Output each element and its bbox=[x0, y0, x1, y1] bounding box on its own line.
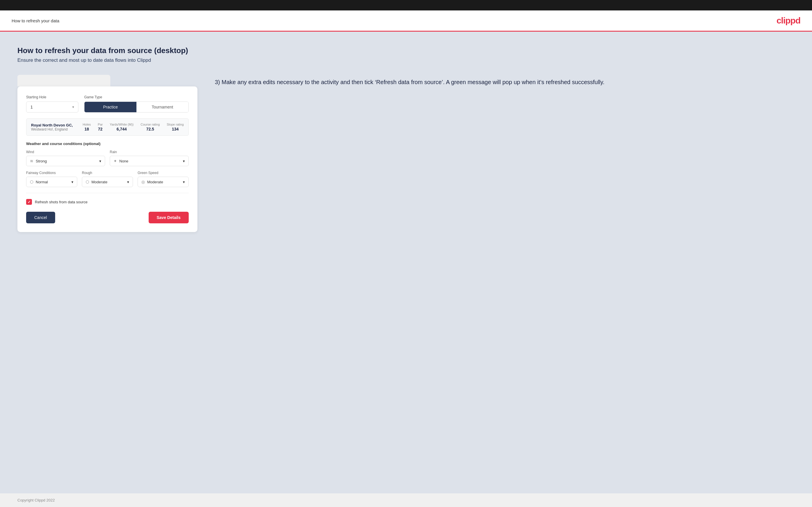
slope-rating-value: 134 bbox=[172, 127, 179, 131]
green-speed-value: Moderate bbox=[147, 180, 163, 184]
divider bbox=[26, 193, 189, 193]
starting-hole-chevron-icon: ▾ bbox=[72, 105, 74, 109]
course-location: Westward Ho!, England bbox=[31, 127, 73, 131]
course-name: Royal North Devon GC, bbox=[31, 123, 73, 127]
yards-value: 6,744 bbox=[117, 127, 127, 131]
action-buttons: Cancel Save Details bbox=[26, 212, 189, 223]
conditions-section-title: Weather and course conditions (optional) bbox=[26, 142, 189, 146]
page-title: How to refresh your data from source (de… bbox=[17, 46, 795, 55]
footer-text: Copyright Clippd 2022 bbox=[17, 498, 55, 502]
checkmark-icon: ✓ bbox=[28, 200, 31, 204]
practice-toggle-btn[interactable]: Practice bbox=[85, 102, 137, 112]
top-bar bbox=[0, 0, 812, 10]
rain-label: Rain bbox=[110, 150, 189, 154]
wind-group: Wind ≋ Strong ▾ bbox=[26, 150, 105, 166]
form-card-wrapper: Starting Hole 1 ▾ Game Type Practice Tou… bbox=[17, 75, 197, 232]
wind-select[interactable]: ≋ Strong ▾ bbox=[26, 156, 105, 166]
green-speed-label: Green Speed bbox=[138, 171, 189, 175]
refresh-label: Refresh shots from data source bbox=[35, 200, 87, 204]
save-button[interactable]: Save Details bbox=[149, 212, 189, 223]
rough-chevron-icon: ▾ bbox=[127, 180, 129, 184]
instruction-panel: 3) Make any extra edits necessary to the… bbox=[215, 75, 795, 87]
stat-holes: Holes 18 bbox=[83, 123, 91, 131]
wind-rain-row: Wind ≋ Strong ▾ Rain bbox=[26, 150, 189, 166]
page-subtitle: Ensure the correct and most up to date d… bbox=[17, 57, 795, 63]
fairway-label: Fairway Conditions bbox=[26, 171, 77, 175]
wind-select-inner: ≋ Strong bbox=[30, 159, 47, 163]
rain-select[interactable]: ✦ None ▾ bbox=[110, 156, 189, 166]
holes-label: Holes bbox=[83, 123, 91, 126]
game-type-label: Game Type bbox=[84, 95, 189, 99]
par-value: 72 bbox=[98, 127, 103, 131]
course-info: Royal North Devon GC, Westward Ho!, Engl… bbox=[31, 123, 73, 131]
par-label: Par bbox=[98, 123, 103, 126]
rough-icon: ⬡ bbox=[86, 179, 89, 184]
refresh-checkbox-row: ✓ Refresh shots from data source bbox=[26, 199, 189, 205]
rain-value: None bbox=[119, 159, 128, 163]
fairway-select-inner: ⬡ Normal bbox=[30, 179, 48, 184]
refresh-checkbox[interactable]: ✓ bbox=[26, 199, 32, 205]
fairway-value: Normal bbox=[36, 180, 48, 184]
header: How to refresh your data clippd bbox=[0, 10, 812, 32]
fairway-rough-green-row: Fairway Conditions ⬡ Normal ▾ Rough bbox=[26, 171, 189, 187]
content-row: Starting Hole 1 ▾ Game Type Practice Tou… bbox=[17, 75, 795, 232]
stat-par: Par 72 bbox=[98, 123, 103, 131]
header-title: How to refresh your data bbox=[12, 18, 59, 23]
rough-select-inner: ⬡ Moderate bbox=[86, 179, 107, 184]
wind-label: Wind bbox=[26, 150, 105, 154]
footer: Copyright Clippd 2022 bbox=[0, 493, 812, 507]
holes-value: 18 bbox=[85, 127, 89, 131]
starting-hole-value: 1 bbox=[31, 105, 33, 109]
logo: clippd bbox=[776, 16, 800, 25]
wind-icon: ≋ bbox=[30, 159, 33, 163]
rain-group: Rain ✦ None ▾ bbox=[110, 150, 189, 166]
stat-yards: Yards/White (M)) 6,744 bbox=[110, 123, 134, 131]
starting-game-row: Starting Hole 1 ▾ Game Type Practice Tou… bbox=[26, 95, 189, 113]
wind-chevron-icon: ▾ bbox=[99, 159, 101, 163]
fairway-icon: ⬡ bbox=[30, 179, 33, 184]
starting-hole-label: Starting Hole bbox=[26, 95, 79, 99]
fairway-select[interactable]: ⬡ Normal ▾ bbox=[26, 177, 77, 187]
rough-value: Moderate bbox=[92, 180, 107, 184]
stat-slope-rating: Slope rating 134 bbox=[167, 123, 184, 131]
course-stats: Holes 18 Par 72 Yards/White (M)) 6,744 bbox=[83, 123, 184, 131]
main-content: How to refresh your data from source (de… bbox=[0, 32, 812, 493]
course-row: Royal North Devon GC, Westward Ho!, Engl… bbox=[26, 118, 189, 136]
rain-icon: ✦ bbox=[113, 159, 117, 163]
game-type-toggle: Practice Tournament bbox=[84, 102, 189, 113]
fairway-chevron-icon: ▾ bbox=[71, 180, 73, 184]
rain-select-inner: ✦ None bbox=[113, 159, 128, 163]
green-speed-icon: ◎ bbox=[141, 179, 145, 184]
green-speed-group: Green Speed ◎ Moderate ▾ bbox=[138, 171, 189, 187]
rough-select[interactable]: ⬡ Moderate ▾ bbox=[82, 177, 133, 187]
form-card: Starting Hole 1 ▾ Game Type Practice Tou… bbox=[17, 87, 197, 232]
game-type-group: Game Type Practice Tournament bbox=[84, 95, 189, 113]
course-rating-label: Course rating bbox=[141, 123, 160, 126]
wind-value: Strong bbox=[36, 159, 47, 163]
card-top-stub bbox=[17, 75, 110, 87]
slope-rating-label: Slope rating bbox=[167, 123, 184, 126]
green-speed-select[interactable]: ◎ Moderate ▾ bbox=[138, 177, 189, 187]
green-speed-select-inner: ◎ Moderate bbox=[141, 179, 163, 184]
starting-hole-select[interactable]: 1 ▾ bbox=[26, 102, 79, 113]
rough-group: Rough ⬡ Moderate ▾ bbox=[82, 171, 133, 187]
yards-label: Yards/White (M)) bbox=[110, 123, 134, 126]
starting-hole-group: Starting Hole 1 ▾ bbox=[26, 95, 79, 113]
tournament-toggle-btn[interactable]: Tournament bbox=[137, 102, 189, 112]
green-speed-chevron-icon: ▾ bbox=[183, 180, 185, 184]
stat-course-rating: Course rating 72.5 bbox=[141, 123, 160, 131]
fairway-group: Fairway Conditions ⬡ Normal ▾ bbox=[26, 171, 77, 187]
cancel-button[interactable]: Cancel bbox=[26, 212, 55, 223]
course-rating-value: 72.5 bbox=[146, 127, 154, 131]
instruction-text: 3) Make any extra edits necessary to the… bbox=[215, 78, 795, 87]
rough-label: Rough bbox=[82, 171, 133, 175]
rain-chevron-icon: ▾ bbox=[183, 159, 185, 163]
